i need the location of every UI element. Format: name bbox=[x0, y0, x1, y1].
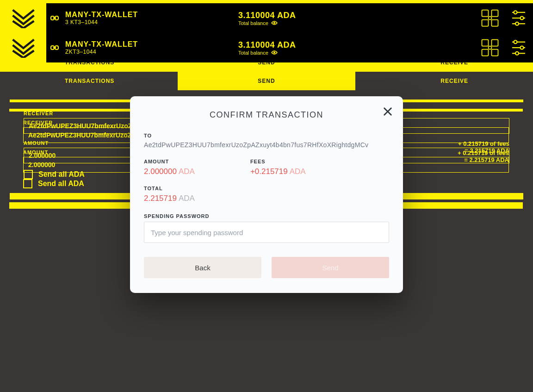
modal-title: CONFIRM TRANSACTION bbox=[144, 110, 389, 120]
total-label: TOTAL bbox=[144, 186, 389, 191]
to-address: Ae2tdPwUPEZ3HUU7bmfexrUzoZpAZxuyt4b4bn7f… bbox=[144, 141, 389, 149]
close-button[interactable] bbox=[383, 106, 393, 118]
total-value: 2.215719ADA bbox=[144, 194, 389, 203]
back-button[interactable]: Back bbox=[144, 257, 261, 278]
close-icon bbox=[383, 106, 393, 117]
amount-label: AMOUNT bbox=[144, 159, 195, 164]
confirm-transaction-modal: CONFIRM TRANSACTION TO Ae2tdPwUPEZ3HUU7b… bbox=[130, 96, 403, 293]
spending-password-input[interactable] bbox=[144, 222, 389, 243]
to-label: TO bbox=[144, 133, 389, 138]
send-button[interactable]: Send bbox=[272, 257, 389, 278]
fees-value: +0.215719ADA bbox=[250, 167, 306, 176]
modal-overlay: CONFIRM TRANSACTION TO Ae2tdPwUPEZ3HUU7b… bbox=[0, 0, 533, 392]
amount-value: 2.000000ADA bbox=[144, 167, 195, 176]
fees-label: FEES bbox=[250, 159, 306, 164]
password-label: SPENDING PASSWORD bbox=[144, 213, 389, 219]
